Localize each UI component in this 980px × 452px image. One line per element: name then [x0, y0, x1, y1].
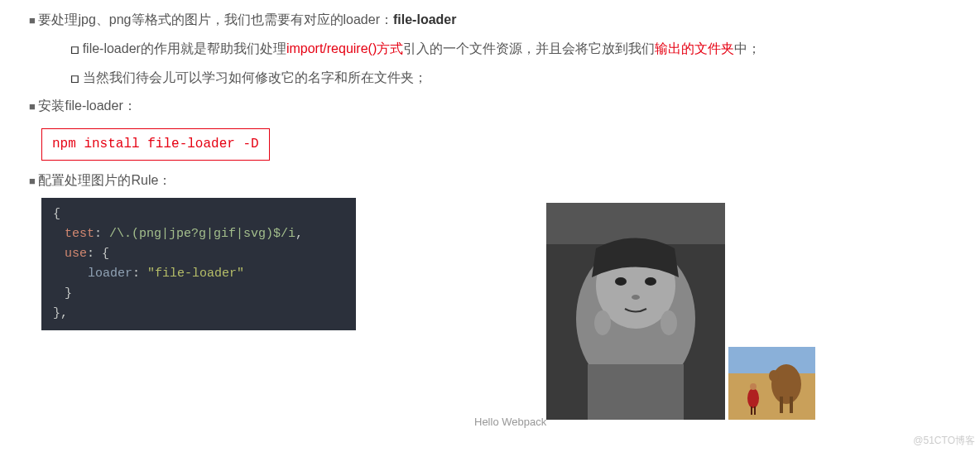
svg-point-12 [771, 364, 801, 404]
svg-point-5 [645, 277, 656, 286]
svg-point-8 [594, 310, 611, 335]
b1-text: 要处理jpg、png等格式的图片，我们也需要有对应的loader： [38, 12, 393, 26]
use-close: } [65, 286, 72, 301]
s11-a: file-loader的作用就是帮助我们处理 [83, 41, 286, 55]
svg-point-6 [632, 295, 640, 300]
svg-rect-18 [751, 406, 752, 415]
svg-point-16 [747, 388, 759, 408]
sub1-1: file-loader的作用就是帮助我们处理import/require()方式… [70, 37, 963, 61]
watermark: @51CTO博客 [913, 432, 975, 450]
svg-rect-7 [588, 364, 684, 420]
svg-point-9 [661, 310, 677, 335]
loader-val: "file-loader" [147, 267, 244, 281]
desert-photo [728, 347, 815, 420]
main-list: 要处理jpg、png等格式的图片，我们也需要有对应的loader：file-lo… [17, 8, 963, 118]
svg-rect-1 [546, 203, 725, 244]
b1-bold: file-loader [393, 12, 456, 26]
svg-point-13 [769, 370, 779, 382]
test-key: test [65, 227, 94, 241]
s11-c: 中； [734, 41, 761, 55]
s11-r1: import/require()方式 [286, 41, 403, 55]
s11-r2: 输出的文件夹 [655, 41, 734, 55]
svg-point-4 [615, 277, 627, 286]
use-key: use [65, 247, 87, 261]
child-photo [546, 203, 725, 420]
svg-rect-10 [728, 347, 815, 373]
bullet-1: 要处理jpg、png等格式的图片，我们也需要有对应的loader：file-lo… [29, 8, 963, 89]
regex-val: /\.(png|jpe?g|gif|svg)$/i [109, 227, 295, 241]
bullet-3: 配置处理图片的Rule： [29, 169, 963, 193]
svg-rect-15 [790, 397, 793, 413]
svg-rect-14 [780, 397, 783, 413]
code-close: }, [53, 306, 68, 320]
main-list-2: 配置处理图片的Rule： [17, 169, 963, 193]
sublist-1: file-loader的作用就是帮助我们处理import/require()方式… [29, 37, 963, 90]
code-open: { [53, 207, 60, 221]
s11-b: 引入的一个文件资源，并且会将它放到我们 [403, 41, 655, 55]
svg-point-17 [750, 383, 757, 390]
svg-rect-19 [754, 406, 756, 415]
bullet-2: 安装file-loader： [29, 94, 963, 118]
hello-text: Hello Webpack [474, 412, 546, 431]
use-open: { [102, 247, 109, 261]
loader-key: loader [88, 267, 132, 281]
code-block: { test: /\.(png|jpe?g|gif|svg)$/i, use: … [41, 198, 356, 330]
image-area [546, 203, 828, 426]
npm-command: npm install file-loader -D [41, 128, 270, 161]
sub1-2: 当然我们待会儿可以学习如何修改它的名字和所在文件夹； [70, 66, 963, 90]
